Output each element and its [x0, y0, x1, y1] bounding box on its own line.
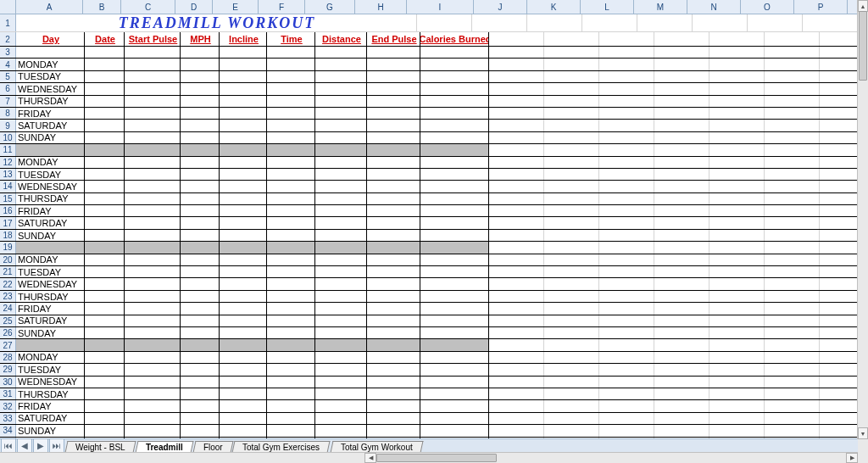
cell[interactable]	[599, 132, 654, 143]
cell[interactable]	[709, 291, 765, 302]
cell[interactable]	[420, 413, 489, 424]
cell[interactable]	[367, 181, 420, 192]
cell[interactable]	[367, 157, 420, 168]
cell[interactable]	[599, 266, 654, 277]
cell[interactable]	[267, 230, 315, 241]
cell[interactable]	[544, 157, 599, 168]
cell[interactable]	[267, 303, 315, 314]
cell[interactable]	[420, 303, 489, 314]
cell[interactable]	[765, 32, 820, 46]
cell[interactable]	[709, 47, 765, 58]
cell[interactable]	[220, 120, 267, 131]
cell[interactable]	[654, 205, 709, 216]
cell[interactable]	[820, 47, 858, 58]
cell[interactable]	[765, 400, 820, 411]
cell[interactable]	[367, 242, 420, 253]
cell[interactable]	[544, 96, 599, 107]
cell[interactable]	[367, 120, 420, 131]
cell[interactable]	[709, 169, 765, 180]
cell[interactable]	[367, 266, 420, 277]
cell[interactable]	[544, 266, 599, 277]
cell[interactable]	[544, 132, 599, 143]
cell[interactable]	[220, 339, 267, 350]
cell[interactable]	[489, 144, 544, 155]
cell[interactable]	[181, 291, 220, 302]
cell[interactable]	[220, 352, 267, 363]
cell[interactable]	[220, 303, 267, 314]
cell[interactable]	[489, 242, 544, 253]
cell[interactable]	[489, 425, 544, 436]
cell[interactable]	[820, 400, 858, 411]
cell[interactable]	[125, 339, 181, 350]
row-header[interactable]: 13	[0, 169, 16, 180]
cell[interactable]	[85, 193, 125, 204]
cell[interactable]	[181, 205, 220, 216]
cell[interactable]	[820, 32, 858, 46]
cell[interactable]	[654, 278, 709, 289]
cell[interactable]	[181, 59, 220, 70]
cell[interactable]	[181, 303, 220, 314]
cell[interactable]	[125, 303, 181, 314]
cell[interactable]	[267, 400, 315, 411]
cell[interactable]	[599, 32, 654, 46]
row-header[interactable]: 5	[0, 71, 16, 82]
cell[interactable]	[599, 181, 654, 192]
cell[interactable]	[315, 59, 367, 70]
cell[interactable]	[315, 327, 367, 338]
cell[interactable]	[367, 291, 420, 302]
cell[interactable]	[220, 425, 267, 436]
cell[interactable]	[181, 352, 220, 363]
cell[interactable]	[599, 339, 654, 350]
row-header[interactable]: 27	[0, 339, 16, 350]
cell[interactable]	[544, 59, 599, 70]
cell[interactable]	[654, 303, 709, 314]
cell[interactable]	[85, 205, 125, 216]
header-day[interactable]: Day	[16, 32, 85, 46]
cell[interactable]	[709, 303, 765, 314]
cell[interactable]	[820, 278, 858, 289]
cell[interactable]	[125, 120, 181, 131]
col-header-M[interactable]: M	[634, 0, 687, 14]
day-cell[interactable]: SUNDAY	[16, 425, 85, 436]
cell[interactable]	[820, 144, 858, 155]
cell[interactable]	[125, 193, 181, 204]
cell[interactable]	[85, 266, 125, 277]
cell[interactable]	[367, 96, 420, 107]
tab-nav-next[interactable]: ▶	[33, 438, 48, 453]
cell[interactable]	[544, 254, 599, 265]
cell[interactable]	[709, 364, 765, 375]
cell[interactable]	[125, 108, 181, 119]
cell[interactable]	[765, 193, 820, 204]
cell[interactable]	[654, 144, 709, 155]
cell[interactable]	[544, 400, 599, 411]
cell[interactable]	[489, 413, 544, 424]
cell[interactable]	[820, 181, 858, 192]
scroll-right-button[interactable]: ▶	[846, 453, 858, 463]
cell[interactable]	[544, 47, 599, 58]
header-date[interactable]: Date	[85, 32, 125, 46]
cell[interactable]	[367, 315, 420, 326]
cell[interactable]	[125, 144, 181, 155]
cell[interactable]	[181, 364, 220, 375]
cell[interactable]	[267, 83, 315, 94]
vertical-scrollbar[interactable]: ▲ ▼	[857, 0, 868, 439]
cell[interactable]	[315, 339, 367, 350]
row-header[interactable]: 18	[0, 230, 16, 241]
cell[interactable]	[125, 266, 181, 277]
cell[interactable]	[709, 96, 765, 107]
cell[interactable]	[654, 413, 709, 424]
cell[interactable]	[489, 47, 544, 58]
cell[interactable]	[765, 230, 820, 241]
cell[interactable]	[367, 205, 420, 216]
col-header-J[interactable]: J	[474, 0, 527, 14]
cell[interactable]	[125, 47, 181, 58]
col-header-D[interactable]: D	[175, 0, 213, 14]
cell[interactable]	[420, 205, 489, 216]
cell[interactable]	[765, 132, 820, 143]
cell[interactable]	[489, 291, 544, 302]
cell[interactable]	[544, 71, 599, 82]
cell[interactable]	[181, 108, 220, 119]
cell[interactable]	[367, 47, 420, 58]
cell[interactable]	[654, 83, 709, 94]
cell[interactable]	[489, 266, 544, 277]
